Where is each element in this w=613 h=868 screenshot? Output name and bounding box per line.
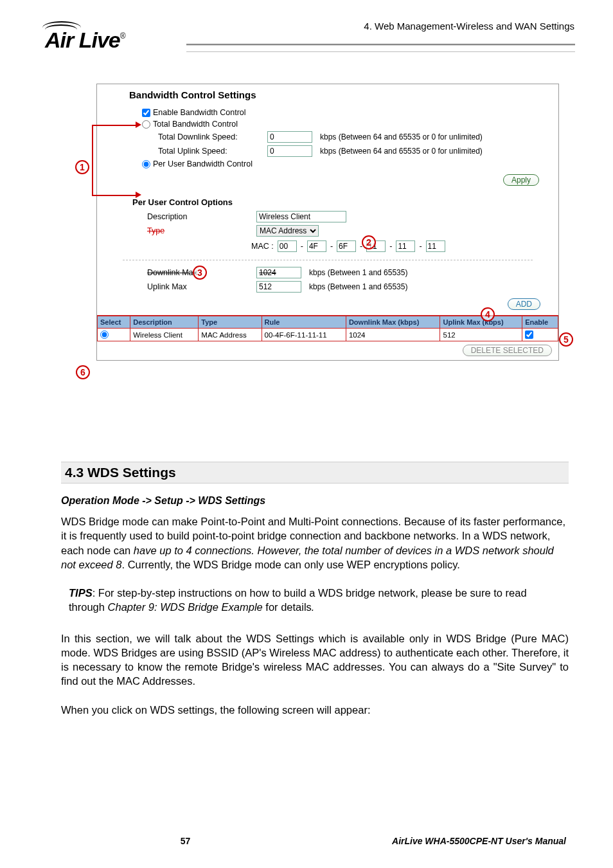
- total-up-label: Total Uplink Speed:: [158, 147, 267, 156]
- manual-title: AirLive WHA-5500CPE-NT User's Manual: [312, 836, 566, 846]
- header-rule: [186, 44, 575, 45]
- peruser-bw-radio[interactable]: [142, 160, 150, 168]
- th-select: Select: [98, 316, 130, 329]
- row-enable-checkbox[interactable]: [525, 330, 533, 339]
- th-down: Downlink Max (kbps): [346, 316, 440, 329]
- paragraph: WDS Bridge mode can make Point-to-Point …: [61, 514, 569, 572]
- section-heading: 4.3 WDS Settings: [61, 462, 569, 484]
- delete-selected-button[interactable]: DELETE SELECTED: [463, 345, 552, 356]
- tips-block: TIPS: For step-by-step instructions on h…: [69, 586, 561, 615]
- mac-octet-input[interactable]: [426, 240, 445, 252]
- mac-octet-input[interactable]: [396, 240, 415, 252]
- callout-arrow: [92, 125, 137, 126]
- total-bw-label: Total Bandwidth Control: [153, 120, 238, 129]
- divider: [123, 260, 533, 260]
- cell-rule: 00-4F-6F-11-11-11: [262, 329, 346, 341]
- table-row: Wireless Client MAC Address 00-4F-6F-11-…: [98, 329, 558, 341]
- peruser-bw-label: Per User Bandwidth Control: [153, 159, 253, 168]
- page-footer: 57 AirLive WHA-5500CPE-NT User's Manual: [61, 836, 569, 846]
- callout-5-icon: 5: [559, 332, 573, 347]
- row-select-radio[interactable]: [100, 330, 109, 339]
- arrow-head-icon: [136, 192, 141, 198]
- enable-bw-checkbox[interactable]: [142, 109, 150, 117]
- header-rule: [186, 51, 575, 52]
- callout-arrow: [92, 125, 93, 195]
- arrow-head-icon: [136, 122, 141, 128]
- page-number: 57: [61, 836, 310, 846]
- paragraph: When you click on WDS settings, the foll…: [61, 703, 569, 717]
- apply-button[interactable]: Apply: [503, 174, 539, 186]
- callout-3-icon: 3: [193, 266, 207, 280]
- breadcrumb: 4. Web Management-Wireless and WAN Setti…: [364, 21, 574, 32]
- th-rule: Rule: [262, 316, 346, 329]
- callout-4-icon: 4: [481, 307, 495, 321]
- description-label: Description: [147, 212, 256, 221]
- logo-text: Air Live: [45, 28, 120, 52]
- hint-text: kbps (Between 64 and 65535 or 0 for unli…: [320, 132, 483, 141]
- mac-prefix: MAC :: [251, 242, 274, 251]
- total-down-input[interactable]: [267, 131, 312, 143]
- callout-6-icon: 6: [76, 365, 90, 379]
- description-input[interactable]: [256, 211, 346, 222]
- mac-octet-input[interactable]: [307, 240, 326, 252]
- cell-type: MAC Address: [199, 329, 262, 341]
- total-bw-radio[interactable]: [142, 120, 150, 129]
- type-select[interactable]: MAC Address: [256, 225, 319, 237]
- hint-text: kbps (Between 1 and 65535): [309, 282, 407, 291]
- paragraph: In this section, we will talk about the …: [61, 631, 569, 689]
- cell-up: 512: [440, 329, 522, 341]
- cell-down: 1024: [346, 329, 440, 341]
- cell-desc: Wireless Client: [130, 329, 199, 341]
- th-enable: Enable: [522, 316, 558, 329]
- callout-arrow: [92, 195, 137, 196]
- callout-2-icon: 2: [362, 235, 376, 249]
- uplink-max-input[interactable]: [256, 281, 301, 293]
- total-down-label: Total Downlink Speed:: [158, 132, 267, 141]
- th-desc: Description: [130, 316, 199, 329]
- add-button[interactable]: ADD: [508, 298, 540, 310]
- hint-text: kbps (Between 1 and 65535): [309, 268, 407, 277]
- per-user-options-title: Per User Control Options: [97, 191, 558, 210]
- enable-bw-label: Enable Bandwidth Control: [153, 108, 246, 117]
- operation-mode-path: Operation Mode -> Setup -> WDS Settings: [61, 495, 569, 507]
- downlink-max-input[interactable]: [256, 267, 301, 278]
- total-up-input[interactable]: [267, 145, 312, 157]
- mac-octet-input[interactable]: [278, 240, 297, 252]
- th-type: Type: [199, 316, 262, 329]
- type-label: Type: [147, 226, 256, 235]
- callout-1-icon: 1: [75, 160, 89, 174]
- panel-title: Bandwidth Control Settings: [97, 84, 558, 107]
- mac-octet-input[interactable]: [337, 240, 356, 252]
- brand-logo: Air Live®: [45, 23, 126, 48]
- uplink-max-label: Uplink Max: [147, 282, 256, 291]
- hint-text: kbps (Between 64 and 65535 or 0 for unli…: [320, 147, 483, 156]
